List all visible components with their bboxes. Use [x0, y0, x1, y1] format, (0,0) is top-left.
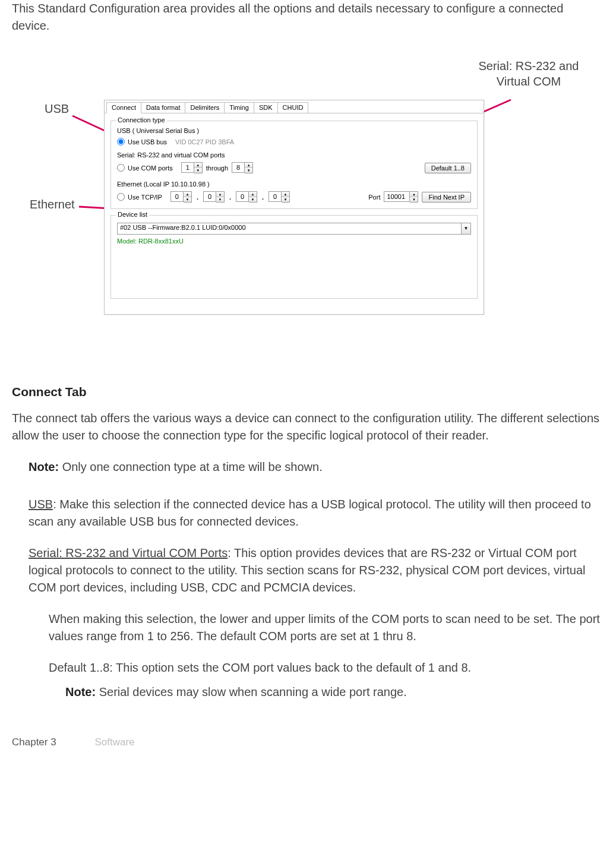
note-2: Note: Serial devices may slow when scann…	[65, 684, 604, 701]
footer-title: Software	[94, 736, 134, 748]
usb-label: USB	[29, 498, 53, 511]
ip-dot: .	[228, 194, 232, 201]
serial-subtitle: Serial: RS-232 and virtual COM ports	[117, 151, 471, 159]
ip-octet-1-input[interactable]	[203, 191, 216, 202]
ip-octet-0[interactable]: ▲▼	[170, 191, 192, 203]
tab-sdk[interactable]: SDK	[254, 102, 278, 113]
device-list-dropdown[interactable]: #02 USB --Firmware:B2.0.1 LUID:0/0x0000 …	[117, 223, 471, 235]
serial-sub2: Default 1..8: This option sets the COM p…	[49, 659, 604, 676]
serial-label: Serial: RS-232 and Virtual COM Ports	[29, 546, 228, 559]
connection-type-group: Connection type USB ( Universal Serial B…	[110, 121, 478, 209]
ip-octet-3[interactable]: ▲▼	[268, 191, 290, 203]
intro-text: This Standard Configuration area provide…	[12, 0, 604, 34]
ip-octet-0-spin[interactable]: ▲▼	[184, 191, 192, 203]
com-from-input[interactable]	[181, 162, 194, 173]
radio-use-usb-label: Use USB bus	[128, 138, 167, 146]
radio-use-com[interactable]: Use COM ports	[117, 164, 173, 172]
ip-octet-2-input[interactable]	[236, 191, 249, 202]
device-list-selected: #02 USB --Firmware:B2.0.1 LUID:0/0x0000	[118, 223, 461, 234]
port-input[interactable]	[384, 191, 410, 202]
radio-use-tcpip-label: Use TCP/IP	[128, 194, 162, 201]
radio-use-usb-input[interactable]	[117, 138, 125, 146]
radio-use-usb[interactable]: Use USB bus	[117, 138, 167, 146]
ip-octet-3-input[interactable]	[268, 191, 282, 202]
com-from-spinner[interactable]: ▲▼	[181, 162, 203, 173]
ip-octet-1-spin[interactable]: ▲▼	[216, 191, 225, 203]
callout-ethernet: Ethernet	[30, 198, 75, 211]
usb-text: : Make this selection if the connected d…	[29, 498, 591, 528]
note-2-text: Serial devices may slow when scanning a …	[96, 685, 407, 698]
through-label: through	[206, 165, 228, 172]
ip-octet-2-spin[interactable]: ▲▼	[249, 191, 257, 203]
config-dialog: Connect Data format Delimiters Timing SD…	[104, 100, 484, 315]
ip-octet-3-spin[interactable]: ▲▼	[282, 191, 290, 203]
tab-data-format[interactable]: Data format	[141, 102, 185, 113]
device-list-group: Device list #02 USB --Firmware:B2.0.1 LU…	[110, 215, 478, 299]
default-com-button[interactable]: Default 1..8	[425, 163, 471, 173]
ip-octet-0-input[interactable]	[170, 191, 184, 202]
radio-use-com-label: Use COM ports	[128, 165, 173, 172]
com-to-spin[interactable]: ▲▼	[245, 162, 253, 173]
port-spinner[interactable]: ▲▼	[384, 191, 418, 203]
page-footer: Chapter 3 Software	[12, 736, 604, 748]
section-heading: Connect Tab	[12, 385, 604, 399]
radio-use-com-input[interactable]	[117, 164, 125, 172]
port-label: Port	[368, 194, 380, 201]
com-to-input[interactable]	[232, 162, 245, 173]
tab-delimiters[interactable]: Delimiters	[185, 102, 225, 113]
radio-use-tcpip[interactable]: Use TCP/IP	[117, 193, 162, 201]
callout-usb: USB	[45, 102, 69, 116]
tab-chuid[interactable]: CHUID	[277, 102, 309, 113]
usb-subtitle: USB ( Universal Serial Bus )	[117, 127, 471, 134]
com-to-spinner[interactable]: ▲▼	[232, 162, 253, 173]
connection-type-title: Connection type	[116, 116, 167, 124]
annotated-screenshot: USB Serial: RS-232 and Virtual COM Ether…	[12, 58, 604, 337]
tab-connect[interactable]: Connect	[106, 102, 141, 113]
tab-bar: Connect Data format Delimiters Timing SD…	[105, 100, 484, 113]
usb-paragraph: USB: Make this selection if the connecte…	[29, 496, 604, 530]
ethernet-subtitle: Ethernet (Local IP 10.10.10.98 )	[117, 181, 471, 188]
serial-sub1: When making this selection, the lower an…	[49, 611, 604, 645]
radio-use-tcpip-input[interactable]	[117, 193, 125, 201]
device-list-title: Device list	[116, 211, 149, 218]
ip-octet-1[interactable]: ▲▼	[203, 191, 225, 203]
device-model: Model: RDR-8xx81xxU	[117, 238, 471, 245]
ip-octet-2[interactable]: ▲▼	[236, 191, 257, 203]
chevron-down-icon[interactable]: ▼	[461, 223, 470, 234]
note-2-label: Note:	[65, 685, 96, 698]
find-next-ip-button[interactable]: Find Next IP	[422, 192, 471, 203]
port-spin[interactable]: ▲▼	[410, 191, 418, 203]
footer-chapter: Chapter 3	[12, 736, 56, 748]
callout-serial: Serial: RS-232 and Virtual COM	[478, 58, 579, 89]
com-from-spin[interactable]: ▲▼	[194, 162, 203, 173]
tab-timing[interactable]: Timing	[224, 102, 254, 113]
ip-dot: .	[195, 194, 200, 201]
serial-paragraph: Serial: RS-232 and Virtual COM Ports: Th…	[29, 545, 604, 596]
note-1: Note: Only one connection type at a time…	[29, 458, 604, 476]
ip-dot: .	[261, 194, 265, 201]
usb-vidpid: VID 0C27 PID 3BFA	[175, 138, 234, 146]
note-1-label: Note:	[29, 460, 59, 473]
note-1-text: Only one connection type at a time will …	[59, 460, 323, 473]
section-p1: The connect tab offers the various ways …	[12, 410, 604, 444]
